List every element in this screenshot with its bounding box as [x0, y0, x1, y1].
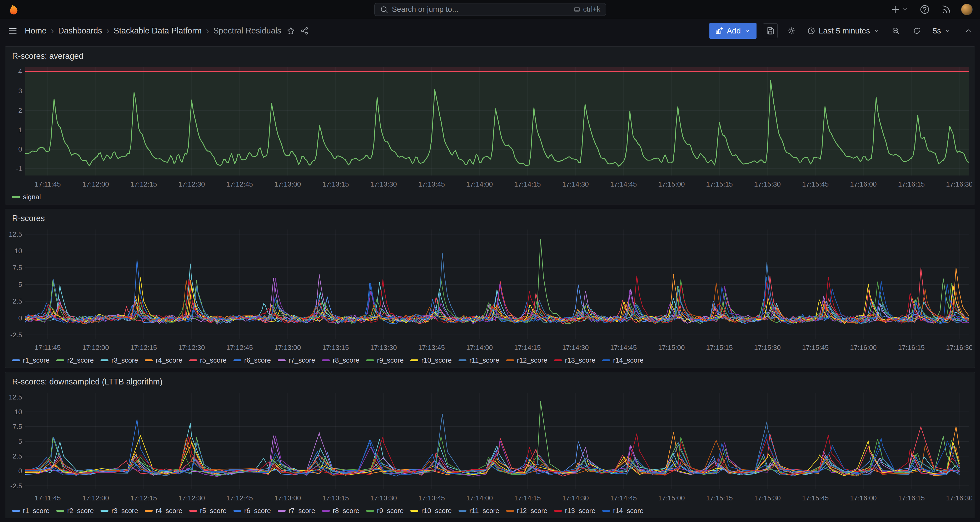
- new-button[interactable]: [888, 3, 910, 16]
- legend-item[interactable]: r10_score: [410, 507, 452, 515]
- legend-item[interactable]: r9_score: [366, 356, 404, 364]
- legend-label: r11_score: [469, 507, 500, 515]
- legend-item[interactable]: r4_score: [145, 507, 182, 515]
- grafana-logo[interactable]: [7, 3, 20, 16]
- refresh-button[interactable]: [910, 24, 924, 38]
- legend-item[interactable]: r11_score: [458, 507, 500, 515]
- legend-item[interactable]: r8_score: [322, 356, 359, 364]
- svg-text:17:14:15: 17:14:15: [514, 343, 541, 351]
- refresh-icon: [913, 27, 921, 35]
- legend-item[interactable]: r7_score: [278, 356, 315, 364]
- keyboard-icon: [574, 6, 581, 13]
- chevron-up-icon: [964, 27, 973, 35]
- breadcrumb-item[interactable]: Dashboards: [58, 26, 102, 35]
- legend-label: r11_score: [469, 356, 500, 364]
- legend-item[interactable]: r14_score: [602, 507, 644, 515]
- legend-item[interactable]: r1_score: [12, 356, 49, 364]
- menu-icon: [7, 26, 18, 36]
- refresh-interval-picker[interactable]: 5s: [931, 24, 953, 38]
- legend-item[interactable]: r5_score: [189, 356, 227, 364]
- panel-add-icon: [715, 27, 724, 35]
- svg-text:2: 2: [18, 107, 22, 114]
- panel-title[interactable]: R-scores: downsampled (LTTB algorithm): [8, 375, 167, 390]
- chevron-down-icon: [944, 27, 951, 34]
- svg-text:17:12:00: 17:12:00: [83, 343, 109, 351]
- panel-title[interactable]: R-scores: [8, 212, 49, 226]
- legend-label: r12_score: [517, 356, 547, 364]
- legend-label: r9_score: [377, 356, 404, 364]
- legend-item[interactable]: r1_score: [12, 507, 49, 515]
- time-range-picker[interactable]: Last 5 minutes: [805, 24, 882, 38]
- breadcrumb-item[interactable]: Stackable Data Platform: [114, 26, 202, 35]
- legend-item[interactable]: r7_score: [278, 507, 315, 515]
- panel-r-scores-downsampled: R-scores: downsampled (LTTB algorithm) -…: [5, 372, 975, 518]
- add-button[interactable]: Add: [710, 23, 757, 39]
- avatar[interactable]: [961, 4, 973, 15]
- svg-text:17:15:30: 17:15:30: [754, 343, 781, 351]
- svg-text:17:14:45: 17:14:45: [610, 494, 637, 502]
- legend-item[interactable]: r5_score: [189, 507, 227, 515]
- svg-text:7.5: 7.5: [13, 423, 22, 431]
- svg-text:17:12:30: 17:12:30: [178, 494, 205, 502]
- legend-item[interactable]: r10_score: [410, 356, 452, 364]
- news-button[interactable]: [939, 3, 953, 16]
- panel-r-scores: R-scores -2.502.557.51012.517:11:4517:12…: [5, 209, 975, 368]
- svg-text:17:13:45: 17:13:45: [418, 494, 445, 502]
- legend-item[interactable]: r4_score: [145, 356, 182, 364]
- zoom-out-button[interactable]: [888, 24, 903, 38]
- search-input[interactable]: Search or jump to... ctrl+k: [374, 3, 606, 16]
- legend-label: r4_score: [156, 356, 182, 364]
- legend-label: r10_score: [421, 507, 452, 515]
- help-button[interactable]: [918, 3, 932, 16]
- legend-item[interactable]: r2_score: [56, 356, 94, 364]
- legend-label: r13_score: [565, 356, 595, 364]
- legend: r1_scorer2_scorer3_scorer4_scorer5_score…: [8, 504, 972, 516]
- legend-item[interactable]: r14_score: [602, 356, 644, 364]
- legend: signal: [8, 190, 972, 202]
- kiosk-mode-button[interactable]: [964, 27, 973, 35]
- dashboard-settings-button[interactable]: [784, 24, 799, 38]
- svg-text:17:15:00: 17:15:00: [658, 343, 685, 351]
- legend-item[interactable]: r3_score: [100, 507, 138, 515]
- legend-swatch: [366, 510, 374, 512]
- legend-swatch: [12, 196, 20, 198]
- svg-text:17:15:15: 17:15:15: [706, 180, 733, 188]
- legend-item[interactable]: signal: [12, 193, 41, 201]
- star-icon[interactable]: [286, 27, 295, 35]
- svg-text:17:15:45: 17:15:45: [802, 343, 829, 351]
- legend-label: r5_score: [200, 356, 227, 364]
- time-series-chart[interactable]: -10123417:11:4517:12:0017:12:1517:12:301…: [8, 64, 972, 190]
- share-icon[interactable]: [300, 27, 309, 35]
- menu-button[interactable]: [7, 26, 18, 36]
- legend-swatch: [322, 510, 330, 512]
- legend-item[interactable]: r13_score: [554, 356, 595, 364]
- svg-text:2.5: 2.5: [13, 452, 22, 460]
- legend-item[interactable]: r12_score: [506, 507, 547, 515]
- svg-text:2.5: 2.5: [13, 297, 22, 305]
- svg-text:1: 1: [18, 126, 22, 134]
- legend-item[interactable]: r6_score: [234, 356, 271, 364]
- svg-text:17:12:45: 17:12:45: [226, 343, 253, 351]
- svg-text:17:13:30: 17:13:30: [370, 343, 397, 351]
- legend-swatch: [234, 510, 241, 512]
- legend-swatch: [145, 510, 153, 512]
- top-navbar: Search or jump to... ctrl+k: [0, 0, 980, 19]
- legend-item[interactable]: r9_score: [366, 507, 404, 515]
- legend-item[interactable]: r8_score: [322, 507, 359, 515]
- svg-text:17:13:00: 17:13:00: [274, 494, 301, 502]
- breadcrumb-item[interactable]: Home: [25, 26, 46, 35]
- legend-label: r4_score: [156, 507, 182, 515]
- legend-item[interactable]: r3_score: [100, 356, 138, 364]
- panel-title[interactable]: R-scores: averaged: [8, 49, 88, 64]
- svg-text:17:12:45: 17:12:45: [226, 494, 253, 502]
- legend-item[interactable]: r11_score: [458, 356, 500, 364]
- time-series-chart[interactable]: -2.502.557.51012.517:11:4517:12:0017:12:…: [8, 226, 972, 354]
- legend-label: r2_score: [67, 356, 94, 364]
- legend-item[interactable]: r2_score: [56, 507, 94, 515]
- save-dashboard-button[interactable]: [763, 24, 778, 38]
- legend-item[interactable]: r13_score: [554, 507, 595, 515]
- svg-text:5: 5: [18, 437, 22, 445]
- legend-item[interactable]: r12_score: [506, 356, 547, 364]
- time-series-chart[interactable]: -2.502.557.51012.517:11:4517:12:0017:12:…: [8, 390, 972, 504]
- legend-item[interactable]: r6_score: [234, 507, 271, 515]
